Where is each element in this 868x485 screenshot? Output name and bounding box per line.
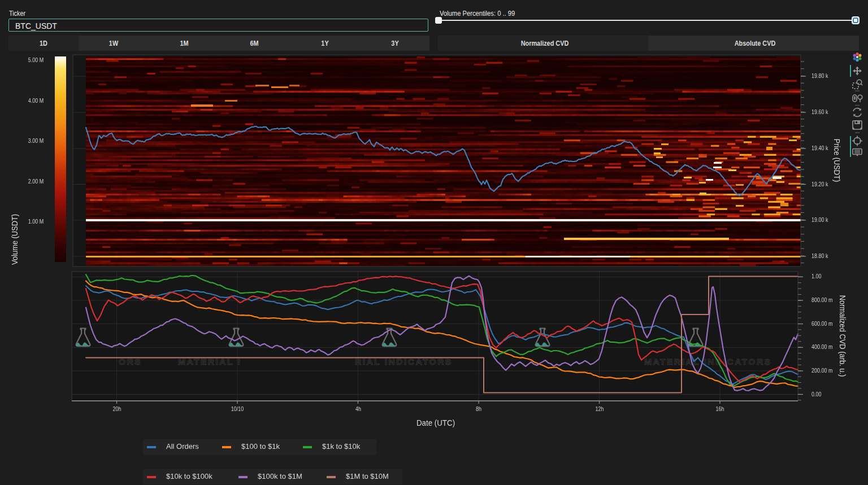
svg-text:MATERIAL INDICATORS: MATERIAL INDICATORS <box>644 357 771 366</box>
svg-text:MATERIAL I: MATERIAL I <box>178 357 241 366</box>
svg-text:ORS: ORS <box>119 357 142 366</box>
svg-text:RIAL INDICATORS: RIAL INDICATORS <box>355 357 453 366</box>
